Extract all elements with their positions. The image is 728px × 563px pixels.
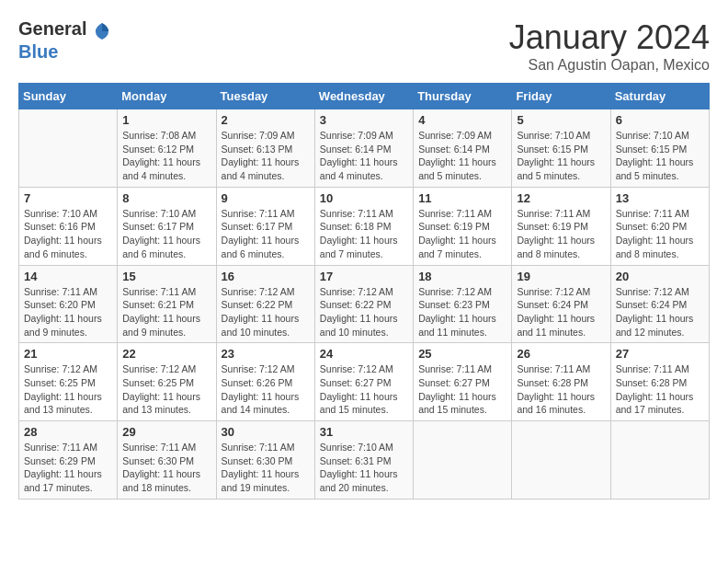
weekday-friday: Friday <box>512 84 610 109</box>
title-block: January 2024 San Agustin Oapan, Mexico <box>509 18 710 74</box>
day-info: Sunrise: 7:11 AM Sunset: 6:28 PM Dayligh… <box>517 362 605 417</box>
logo-blue: Blue <box>18 41 58 62</box>
calendar-cell: 4Sunrise: 7:09 AM Sunset: 6:14 PM Daylig… <box>414 109 512 188</box>
calendar-cell: 15Sunrise: 7:11 AM Sunset: 6:21 PM Dayli… <box>118 265 216 343</box>
day-number: 7 <box>24 191 112 205</box>
day-info: Sunrise: 7:11 AM Sunset: 6:19 PM Dayligh… <box>517 207 605 261</box>
day-info: Sunrise: 7:12 AM Sunset: 6:24 PM Dayligh… <box>616 285 704 339</box>
day-info: Sunrise: 7:08 AM Sunset: 6:12 PM Dayligh… <box>122 129 210 183</box>
calendar-cell: 22Sunrise: 7:12 AM Sunset: 6:25 PM Dayli… <box>118 343 216 421</box>
calendar-cell: 29Sunrise: 7:11 AM Sunset: 6:30 PM Dayli… <box>118 421 216 500</box>
day-info: Sunrise: 7:10 AM Sunset: 6:17 PM Dayligh… <box>122 207 210 261</box>
day-number: 22 <box>122 347 210 361</box>
day-number: 12 <box>517 191 605 205</box>
day-info: Sunrise: 7:11 AM Sunset: 6:30 PM Dayligh… <box>222 441 310 495</box>
day-number: 29 <box>122 425 210 439</box>
calendar-cell: 30Sunrise: 7:11 AM Sunset: 6:30 PM Dayli… <box>216 421 314 500</box>
calendar-cell: 8Sunrise: 7:10 AM Sunset: 6:17 PM Daylig… <box>118 187 216 265</box>
day-info: Sunrise: 7:11 AM Sunset: 6:20 PM Dayligh… <box>24 285 112 339</box>
day-number: 20 <box>616 270 704 283</box>
calendar-cell: 28Sunrise: 7:11 AM Sunset: 6:29 PM Dayli… <box>19 421 118 500</box>
page-header: General Blue January 2024 San Agustin Oa… <box>18 18 710 74</box>
calendar-cell: 18Sunrise: 7:12 AM Sunset: 6:23 PM Dayli… <box>414 265 512 343</box>
day-info: Sunrise: 7:10 AM Sunset: 6:31 PM Dayligh… <box>320 441 408 495</box>
calendar-cell: 13Sunrise: 7:11 AM Sunset: 6:20 PM Dayli… <box>610 187 709 265</box>
calendar-cell <box>19 109 118 188</box>
calendar-cell: 16Sunrise: 7:12 AM Sunset: 6:22 PM Dayli… <box>216 265 314 343</box>
calendar-cell <box>414 421 512 500</box>
calendar-cell: 3Sunrise: 7:09 AM Sunset: 6:14 PM Daylig… <box>314 109 413 188</box>
day-info: Sunrise: 7:11 AM Sunset: 6:29 PM Dayligh… <box>24 441 112 495</box>
day-info: Sunrise: 7:12 AM Sunset: 6:22 PM Dayligh… <box>320 285 408 339</box>
calendar-cell <box>610 421 709 500</box>
calendar-cell: 5Sunrise: 7:10 AM Sunset: 6:15 PM Daylig… <box>512 109 610 188</box>
day-info: Sunrise: 7:11 AM Sunset: 6:20 PM Dayligh… <box>616 207 704 261</box>
day-info: Sunrise: 7:12 AM Sunset: 6:22 PM Dayligh… <box>222 285 310 339</box>
day-number: 30 <box>222 425 310 439</box>
day-number: 10 <box>320 191 408 205</box>
calendar-cell: 27Sunrise: 7:11 AM Sunset: 6:28 PM Dayli… <box>610 343 709 421</box>
weekday-tuesday: Tuesday <box>216 84 314 109</box>
day-info: Sunrise: 7:10 AM Sunset: 6:15 PM Dayligh… <box>517 129 605 183</box>
day-info: Sunrise: 7:12 AM Sunset: 6:25 PM Dayligh… <box>24 362 112 417</box>
day-number: 17 <box>320 270 408 283</box>
day-number: 16 <box>222 270 310 283</box>
day-info: Sunrise: 7:12 AM Sunset: 6:25 PM Dayligh… <box>122 362 210 417</box>
day-info: Sunrise: 7:09 AM Sunset: 6:13 PM Dayligh… <box>222 129 310 183</box>
calendar-cell: 11Sunrise: 7:11 AM Sunset: 6:19 PM Dayli… <box>414 187 512 265</box>
logo-text: General Blue <box>18 18 113 63</box>
logo-general: General <box>18 18 86 39</box>
weekday-thursday: Thursday <box>414 84 512 109</box>
calendar-cell: 1Sunrise: 7:08 AM Sunset: 6:12 PM Daylig… <box>118 109 216 188</box>
day-number: 31 <box>320 425 408 439</box>
day-info: Sunrise: 7:10 AM Sunset: 6:16 PM Dayligh… <box>24 207 112 261</box>
calendar-cell: 10Sunrise: 7:11 AM Sunset: 6:18 PM Dayli… <box>314 187 413 265</box>
day-info: Sunrise: 7:11 AM Sunset: 6:28 PM Dayligh… <box>616 362 704 417</box>
calendar-cell: 21Sunrise: 7:12 AM Sunset: 6:25 PM Dayli… <box>19 343 118 421</box>
calendar-cell: 24Sunrise: 7:12 AM Sunset: 6:27 PM Dayli… <box>314 343 413 421</box>
day-info: Sunrise: 7:11 AM Sunset: 6:21 PM Dayligh… <box>122 285 210 339</box>
location: San Agustin Oapan, Mexico <box>509 57 710 74</box>
day-info: Sunrise: 7:11 AM Sunset: 6:30 PM Dayligh… <box>122 441 210 495</box>
calendar-cell: 6Sunrise: 7:10 AM Sunset: 6:15 PM Daylig… <box>610 109 709 188</box>
day-info: Sunrise: 7:12 AM Sunset: 6:24 PM Dayligh… <box>517 285 605 339</box>
day-number: 9 <box>222 191 310 205</box>
day-info: Sunrise: 7:12 AM Sunset: 6:26 PM Dayligh… <box>222 362 310 417</box>
calendar-cell: 26Sunrise: 7:11 AM Sunset: 6:28 PM Dayli… <box>512 343 610 421</box>
calendar-week-row: 14Sunrise: 7:11 AM Sunset: 6:20 PM Dayli… <box>19 265 710 343</box>
day-info: Sunrise: 7:10 AM Sunset: 6:15 PM Dayligh… <box>616 129 704 183</box>
day-number: 25 <box>418 347 506 361</box>
day-number: 11 <box>418 191 506 205</box>
calendar-cell: 12Sunrise: 7:11 AM Sunset: 6:19 PM Dayli… <box>512 187 610 265</box>
weekday-sunday: Sunday <box>19 84 118 109</box>
day-number: 5 <box>517 113 605 127</box>
calendar-cell: 7Sunrise: 7:10 AM Sunset: 6:16 PM Daylig… <box>19 187 118 265</box>
calendar-cell: 23Sunrise: 7:12 AM Sunset: 6:26 PM Dayli… <box>216 343 314 421</box>
day-number: 13 <box>616 191 704 205</box>
calendar-cell <box>512 421 610 500</box>
calendar-cell: 25Sunrise: 7:11 AM Sunset: 6:27 PM Dayli… <box>414 343 512 421</box>
day-info: Sunrise: 7:11 AM Sunset: 6:17 PM Dayligh… <box>222 207 310 261</box>
calendar-cell: 17Sunrise: 7:12 AM Sunset: 6:22 PM Dayli… <box>314 265 413 343</box>
day-number: 8 <box>122 191 210 205</box>
day-info: Sunrise: 7:12 AM Sunset: 6:23 PM Dayligh… <box>418 285 506 339</box>
calendar-week-row: 28Sunrise: 7:11 AM Sunset: 6:29 PM Dayli… <box>19 421 710 500</box>
day-number: 15 <box>122 270 210 283</box>
day-number: 24 <box>320 347 408 361</box>
calendar-body: 1Sunrise: 7:08 AM Sunset: 6:12 PM Daylig… <box>19 109 710 500</box>
calendar-week-row: 7Sunrise: 7:10 AM Sunset: 6:16 PM Daylig… <box>19 187 710 265</box>
calendar-cell: 14Sunrise: 7:11 AM Sunset: 6:20 PM Dayli… <box>19 265 118 343</box>
calendar-cell: 2Sunrise: 7:09 AM Sunset: 6:13 PM Daylig… <box>216 109 314 188</box>
day-info: Sunrise: 7:11 AM Sunset: 6:19 PM Dayligh… <box>418 207 506 261</box>
day-number: 6 <box>616 113 704 127</box>
calendar-header: SundayMondayTuesdayWednesdayThursdayFrid… <box>19 84 710 109</box>
day-number: 1 <box>122 113 210 127</box>
weekday-saturday: Saturday <box>610 84 709 109</box>
day-number: 4 <box>418 113 506 127</box>
month-title: January 2024 <box>509 18 710 57</box>
day-number: 26 <box>517 347 605 361</box>
day-number: 23 <box>222 347 310 361</box>
day-number: 27 <box>616 347 704 361</box>
calendar-cell: 19Sunrise: 7:12 AM Sunset: 6:24 PM Dayli… <box>512 265 610 343</box>
calendar-cell: 9Sunrise: 7:11 AM Sunset: 6:17 PM Daylig… <box>216 187 314 265</box>
